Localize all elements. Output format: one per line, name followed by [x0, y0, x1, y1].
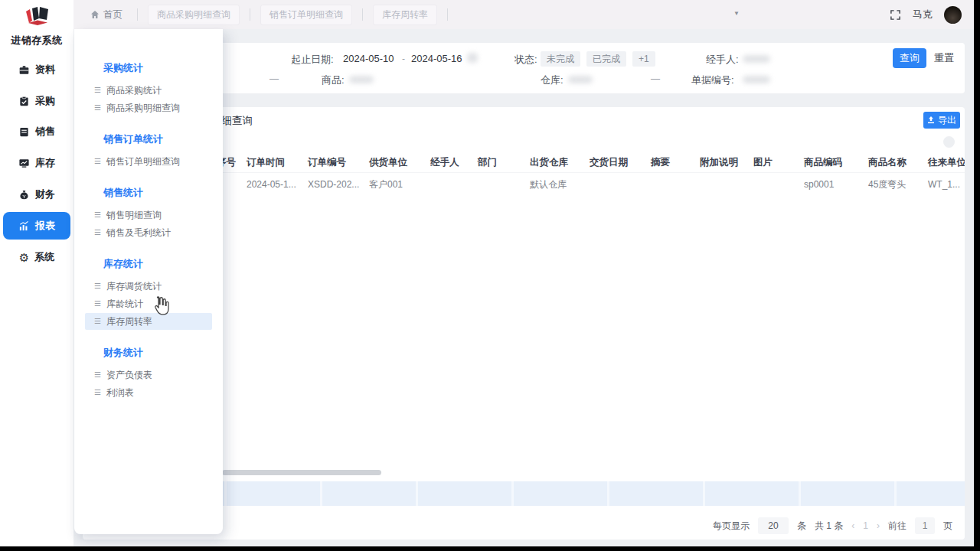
sidebar-item-reports[interactable]: 报表 — [3, 212, 70, 240]
next-page-icon[interactable]: › — [877, 520, 880, 531]
letterbox-right — [974, 0, 980, 551]
tab-divider — [250, 8, 250, 21]
doc-no-input-redacted[interactable] — [743, 76, 770, 83]
list-icon: ☰ — [94, 318, 101, 325]
document-icon — [18, 126, 30, 138]
warehouse-select-redacted[interactable] — [568, 76, 593, 83]
menu-item-sales-detail[interactable]: ☰销售明细查询 — [85, 207, 212, 223]
menu-item-label: 库存周转率 — [106, 315, 152, 328]
menu-item-label: 库龄统计 — [106, 298, 143, 311]
menu-item-label: 商品采购统计 — [106, 84, 162, 97]
sidebar-item-system[interactable]: ⚙ 系统 — [3, 243, 70, 271]
cell-image — [746, 174, 796, 195]
menu-item-label: 销售明细查询 — [106, 209, 162, 222]
avatar[interactable] — [944, 6, 962, 24]
column-header: 出货仓库 — [522, 152, 582, 172]
flyout-section-finance: 财务统计 ☰资产负债表 ☰利润表 — [74, 346, 223, 401]
menu-item-inventory-transfer-stats[interactable]: ☰库存调货统计 — [85, 278, 212, 295]
fullscreen-icon[interactable] — [890, 9, 901, 21]
tab-sales-order-detail[interactable]: 销售订单明细查询 — [260, 5, 352, 25]
menu-item-balance-sheet[interactable]: ☰资产负债表 — [85, 367, 212, 383]
sidebar-item-purchase[interactable]: 采购 — [3, 87, 70, 115]
sidebar-item-inventory[interactable]: 库存 — [3, 149, 70, 177]
warehouse-label: 仓库: — [541, 73, 564, 87]
search-button[interactable]: 查询 — [893, 48, 926, 68]
home-icon — [90, 10, 100, 19]
tab-divider — [447, 8, 448, 21]
menu-item-sales-profit-stats[interactable]: ☰销售及毛利统计 — [85, 224, 212, 241]
list-icon: ☰ — [94, 282, 101, 290]
status-tag: 未完成 — [541, 51, 580, 67]
tab-purchase-detail[interactable]: 商品采购明细查询 — [148, 5, 240, 25]
user-name[interactable]: 马克 — [913, 8, 933, 21]
section-title: 采购统计 — [103, 61, 223, 75]
menu-item-inventory-age-stats[interactable]: ☰库龄统计 — [85, 295, 212, 312]
menu-item-sales-order-detail[interactable]: ☰销售订单明细查询 — [85, 153, 212, 170]
export-button[interactable]: 导出 — [923, 112, 960, 129]
flyout-section-sales: 销售统计 ☰销售明细查询 ☰销售及毛利统计 — [74, 186, 223, 241]
menu-item-label: 商品采购明细查询 — [106, 102, 180, 115]
menu-item-product-purchase-stats[interactable]: ☰商品采购统计 — [85, 82, 212, 99]
per-page-select[interactable]: 20 — [758, 517, 789, 534]
cell-note — [692, 174, 746, 195]
date-from-value[interactable]: 2024-05-10 — [343, 53, 394, 64]
gear-icon: ⚙ — [19, 252, 29, 263]
sidebar: 进销存系统 资料 采购 销售 库存 财务 — [0, 0, 74, 546]
chevron-down-icon[interactable]: ▼ — [733, 10, 740, 17]
handler-label: 经手人: — [706, 53, 739, 67]
current-page[interactable]: 1 — [863, 520, 868, 531]
tab-home[interactable]: 首页 — [86, 8, 127, 21]
cell-product-name: 45度弯头 — [861, 174, 920, 195]
product-label: 商品: — [322, 73, 345, 87]
column-header: 往来单位 — [920, 152, 965, 172]
date-range-label: 起止日期: — [291, 53, 334, 67]
handler-input-redacted[interactable] — [743, 55, 770, 63]
page-label: 页 — [943, 520, 952, 533]
menu-item-product-purchase-detail[interactable]: ☰商品采购明细查询 — [85, 99, 212, 116]
cell-supplier: 客户001 — [361, 174, 423, 195]
letterbox-bottom — [0, 546, 980, 551]
cell-order-no: XSDD-202... — [300, 174, 361, 195]
sidebar-item-finance[interactable]: 财务 — [3, 181, 70, 208]
list-icon: ☰ — [94, 229, 101, 236]
money-bag-icon — [18, 189, 30, 201]
column-header: 商品编码 — [796, 152, 861, 172]
column-header: 部门 — [470, 152, 522, 172]
goto-label: 前往 — [888, 520, 906, 533]
tab-divider — [137, 8, 138, 21]
sidebar-item-label: 销售 — [35, 125, 55, 139]
pagination: 每页显示 20 条 共 1 条 ‹ 1 › 前往 1 页 — [713, 517, 952, 534]
flyout-section-sales-order: 销售订单统计 ☰销售订单明细查询 — [74, 132, 223, 170]
cell-product-code: sp0001 — [796, 174, 861, 195]
list-icon: ☰ — [94, 158, 101, 165]
cell-summary — [643, 174, 692, 195]
monitor-chart-icon — [18, 158, 30, 169]
prev-page-icon[interactable]: ‹ — [851, 520, 854, 531]
column-settings-icon[interactable] — [943, 136, 955, 148]
column-header: 附加说明 — [692, 152, 746, 172]
topbar: 首页 商品采购明细查询 销售订单明细查询 库存周转率 ▼ 马克 — [74, 0, 974, 29]
app-title: 进销存系统 — [0, 34, 74, 47]
horizontal-scrollbar[interactable] — [222, 470, 381, 475]
tab-inventory-turnover[interactable]: 库存周转率 — [373, 5, 437, 25]
product-select-redacted[interactable] — [349, 76, 374, 83]
tab-label: 首页 — [103, 8, 122, 21]
list-icon: ☰ — [94, 211, 101, 219]
section-title: 库存统计 — [103, 257, 223, 271]
sidebar-item-sales[interactable]: 销售 — [3, 118, 70, 145]
menu-item-profit-statement[interactable]: ☰利润表 — [85, 384, 212, 401]
list-icon: ☰ — [94, 300, 101, 308]
app-logo: 进销存系统 — [0, 5, 74, 47]
list-icon: ☰ — [94, 389, 101, 396]
reset-button[interactable]: 重置 — [934, 51, 954, 65]
menu-item-label: 资产负债表 — [106, 369, 152, 382]
menu-item-label: 销售订单明细查询 — [106, 155, 180, 168]
export-icon — [927, 116, 935, 124]
sidebar-item-data[interactable]: 资料 — [3, 56, 70, 83]
goto-page-input[interactable]: 1 — [915, 517, 935, 534]
menu-item-inventory-turnover[interactable]: ☰库存周转率 — [85, 313, 212, 330]
column-header: 经手人 — [423, 152, 470, 172]
menu-item-label: 库存调货统计 — [106, 280, 162, 293]
sidebar-item-label: 库存 — [35, 156, 55, 170]
date-to-value[interactable]: 2024-05-16 — [411, 53, 462, 64]
